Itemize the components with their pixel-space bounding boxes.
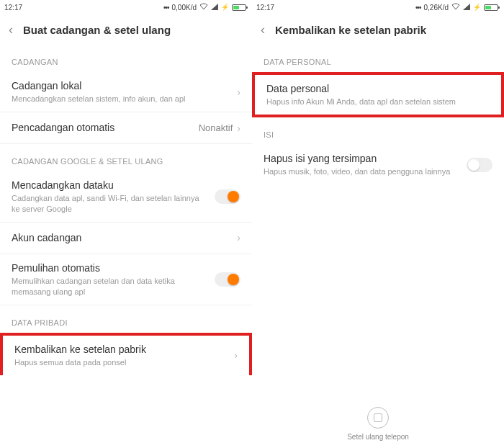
row-subtitle: Mencadangkan setelan sistem, info akun, … <box>12 94 231 104</box>
row-subtitle: Cadangkan data apl, sandi Wi-Fi, dan set… <box>12 193 209 215</box>
more-icon: ••• <box>415 4 421 12</box>
chevron-right-icon: › <box>237 86 240 98</box>
row-mencadangkan-dataku[interactable]: Mencadangkan dataku Cadangkan data apl, … <box>0 171 252 223</box>
phone-left: 12:17 ••• 0,00K/d ⚡ ‹ Buat cadangan & se… <box>0 0 252 448</box>
page-title: Buat cadangan & setel ulang <box>23 24 171 36</box>
status-right: ••• 0,00K/d ⚡ <box>163 3 246 12</box>
toggle-switch[interactable] <box>467 158 492 172</box>
row-title: Data personal <box>266 82 484 95</box>
row-akun-cadangan[interactable]: Akun cadangan › <box>0 223 252 254</box>
row-pemulihan-otomatis[interactable]: Pemulihan otomatis Memulihkan cadangan s… <box>0 254 252 305</box>
row-title: Akun cadangan <box>12 231 231 244</box>
bolt-icon: ⚡ <box>221 4 229 11</box>
section-isi-label: ISI <box>252 117 504 145</box>
row-subtitle: Hapus musik, foto, video, dan data pengg… <box>264 166 461 177</box>
back-icon[interactable]: ‹ <box>9 22 13 37</box>
status-time: 12:17 <box>4 4 22 12</box>
status-bar: 12:17 ••• 0,00K/d ⚡ <box>0 0 252 14</box>
row-title: Cadangan lokal <box>12 79 231 92</box>
phone-right: 12:17 ••• 0,26K/d ⚡ ‹ Kembalikan ke sete… <box>252 0 504 448</box>
toggle-switch[interactable] <box>215 272 240 287</box>
chevron-right-icon: › <box>237 122 240 134</box>
status-right: ••• 0,26K/d ⚡ <box>415 3 498 12</box>
page-title: Kembalikan ke setelan pabrik <box>275 24 426 36</box>
page-header: ‹ Buat cadangan & setel ulang <box>0 14 252 45</box>
chevron-right-icon: › <box>237 232 240 243</box>
toggle-switch[interactable] <box>215 189 240 204</box>
bottom-label: Setel ulang telepon <box>252 433 504 441</box>
row-subtitle: Memulihkan cadangan setelan dan data ket… <box>12 276 209 297</box>
row-kembalikan-setelan-pabrik[interactable]: Kembalikan ke setelan pabrik Hapus semua… <box>0 333 252 375</box>
bottom-reset-action[interactable]: Setel ulang telepon <box>252 407 504 441</box>
battery-icon <box>232 4 246 11</box>
row-cadangan-lokal[interactable]: Cadangan lokal Mencadangkan setelan sist… <box>0 72 252 112</box>
back-icon[interactable]: ‹ <box>261 22 265 37</box>
section-data-personal-label: DATA PERSONAL <box>252 45 504 72</box>
wifi-icon <box>451 3 460 12</box>
row-value: Nonaktif <box>199 122 233 133</box>
status-net: 0,26K/d <box>424 4 449 12</box>
row-title: Mencadangkan dataku <box>12 179 209 192</box>
reset-icon <box>367 407 389 429</box>
bolt-icon: ⚡ <box>473 4 481 11</box>
section-google-label: CADANGAN GOOGLE & SETEL ULANG <box>0 144 252 171</box>
section-cadangan-label: CADANGAN <box>0 45 252 72</box>
page-header: ‹ Kembalikan ke setelan pabrik <box>252 14 504 45</box>
wifi-icon <box>199 3 208 12</box>
more-icon: ••• <box>163 4 169 12</box>
signal-icon <box>211 4 218 12</box>
row-data-personal[interactable]: Data personal Hapus info Akun Mi Anda, d… <box>252 72 504 117</box>
chevron-right-icon: › <box>234 349 238 361</box>
row-pencadangan-otomatis[interactable]: Pencadangan otomatis Nonaktif › <box>0 112 252 144</box>
status-bar: 12:17 ••• 0,26K/d ⚡ <box>252 0 504 14</box>
section-data-pribadi-label: DATA PRIBADI <box>0 305 252 333</box>
row-title: Pemulihan otomatis <box>12 261 209 274</box>
row-title: Hapus isi yang tersimpan <box>264 152 461 165</box>
battery-icon <box>484 4 498 11</box>
row-title: Pencadangan otomatis <box>12 121 193 134</box>
status-time: 12:17 <box>256 4 274 12</box>
row-subtitle: Hapus semua data pada ponsel <box>14 357 228 368</box>
signal-icon <box>463 4 470 12</box>
row-title: Kembalikan ke setelan pabrik <box>14 343 228 356</box>
status-net: 0,00K/d <box>172 4 197 12</box>
row-subtitle: Hapus info Akun Mi Anda, data apl dan se… <box>266 97 484 107</box>
row-hapus-isi[interactable]: Hapus isi yang tersimpan Hapus musik, fo… <box>252 145 504 184</box>
